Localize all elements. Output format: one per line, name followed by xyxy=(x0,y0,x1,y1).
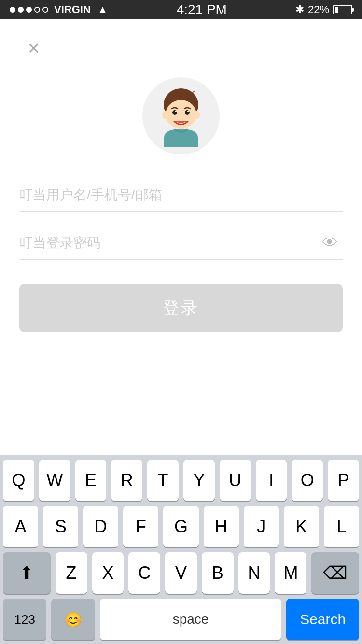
key-y[interactable]: Y xyxy=(183,460,215,501)
key-a[interactable]: A xyxy=(3,506,38,547)
svg-point-6 xyxy=(175,111,177,112)
bluetooth-icon: ✱ xyxy=(295,3,304,16)
dot-5 xyxy=(42,7,48,13)
battery-percent: 22% xyxy=(308,3,329,16)
key-l[interactable]: L xyxy=(324,506,359,547)
eye-icon[interactable]: 👁 xyxy=(322,234,338,252)
avatar-container xyxy=(19,77,343,154)
key-c[interactable]: C xyxy=(128,552,160,594)
space-key[interactable]: space xyxy=(100,599,282,640)
avatar-circle xyxy=(142,77,220,154)
key-k[interactable]: K xyxy=(284,506,319,547)
key-p[interactable]: P xyxy=(328,460,359,501)
status-left: VIRGIN ▲ xyxy=(10,3,108,16)
key-r[interactable]: R xyxy=(111,460,142,501)
close-icon: × xyxy=(28,38,40,58)
key-v[interactable]: V xyxy=(165,552,197,594)
key-i[interactable]: I xyxy=(256,460,287,501)
battery-icon xyxy=(333,5,352,14)
keyboard-row-3: ⬆ Z X C V B N M ⌫ xyxy=(0,552,362,594)
key-x[interactable]: X xyxy=(92,552,124,594)
password-group: 👁 xyxy=(19,226,343,260)
wifi-icon: ▲ xyxy=(97,3,108,16)
close-button[interactable]: × xyxy=(19,34,48,63)
avatar-image xyxy=(150,84,212,147)
key-d[interactable]: D xyxy=(83,506,118,547)
svg-point-2 xyxy=(162,111,169,119)
status-right: ✱ 22% xyxy=(295,3,352,16)
status-bar: VIRGIN ▲ 4:21 PM ✱ 22% xyxy=(0,0,362,19)
key-j[interactable]: J xyxy=(244,506,279,547)
dot-3 xyxy=(26,7,32,13)
login-screen: × xyxy=(0,34,362,332)
battery-fill xyxy=(335,7,338,13)
carrier-label: VIRGIN xyxy=(54,3,91,16)
key-t[interactable]: T xyxy=(147,460,179,501)
svg-point-4 xyxy=(172,110,177,115)
dot-1 xyxy=(10,7,15,13)
search-key[interactable]: Search xyxy=(286,599,359,640)
num-key[interactable]: 123 xyxy=(3,599,46,640)
key-g[interactable]: G xyxy=(163,506,198,547)
keyboard-row-1: Q W E R T Y U I O P xyxy=(0,460,362,501)
dot-2 xyxy=(18,7,24,13)
key-m[interactable]: M xyxy=(275,552,306,594)
shift-key[interactable]: ⬆ xyxy=(3,552,51,594)
key-o[interactable]: O xyxy=(292,460,323,501)
key-h[interactable]: H xyxy=(204,506,239,547)
keyboard-row-2: A S D F G H J K L xyxy=(0,506,362,547)
key-z[interactable]: Z xyxy=(56,552,87,594)
dot-4 xyxy=(34,7,40,13)
svg-point-3 xyxy=(193,111,200,119)
key-b[interactable]: B xyxy=(202,552,234,594)
key-w[interactable]: W xyxy=(39,460,70,501)
password-input[interactable] xyxy=(19,226,343,259)
username-input[interactable] xyxy=(19,179,343,212)
key-u[interactable]: U xyxy=(220,460,251,501)
key-n[interactable]: N xyxy=(238,552,270,594)
key-q[interactable]: Q xyxy=(3,460,34,501)
key-f[interactable]: F xyxy=(123,506,158,547)
username-group xyxy=(19,179,343,226)
login-button[interactable]: 登录 xyxy=(19,284,343,332)
keyboard: Q W E R T Y U I O P A S D F G H J K L ⬆ … xyxy=(0,455,362,644)
emoji-key[interactable]: 😊 xyxy=(51,599,95,640)
key-s[interactable]: S xyxy=(43,506,78,547)
time-display: 4:21 PM xyxy=(177,2,227,17)
keyboard-row-4: 123 😊 space Search xyxy=(0,599,362,640)
svg-point-5 xyxy=(185,110,190,115)
signal-dots xyxy=(10,7,48,13)
svg-point-7 xyxy=(187,111,189,112)
delete-key[interactable]: ⌫ xyxy=(311,552,359,594)
key-e[interactable]: E xyxy=(75,460,107,501)
